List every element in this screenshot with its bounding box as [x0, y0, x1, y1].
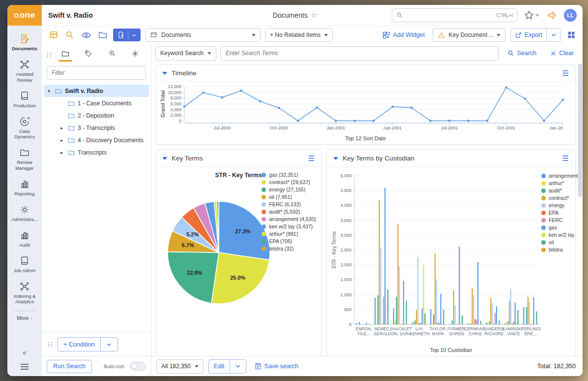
run-search-button[interactable]: Run Search	[47, 360, 92, 373]
result-scope-dropdown[interactable]: All 182,350	[156, 359, 204, 374]
sidebar-item-assisted-review[interactable]: Assisted Review	[9, 56, 40, 87]
panel-menu-icon[interactable]: ☰	[562, 155, 569, 162]
caret-down-icon	[497, 34, 500, 36]
tree-item-4-discovery-documents[interactable]: ▸4 - Discovery Documents	[44, 134, 149, 146]
sidebar-item-case-dynamics[interactable]: Case Dynamics	[9, 113, 40, 144]
favorites-menu-button[interactable]	[523, 9, 540, 22]
tree-item-2-deposition[interactable]: 2 - Deposition	[44, 109, 149, 122]
legend-item[interactable]: gas	[541, 224, 583, 230]
collapse-panel-caret[interactable]	[333, 157, 338, 160]
panel-menu-icon[interactable]: ☰	[308, 155, 315, 162]
views-dropdown[interactable]: Documents	[145, 28, 261, 42]
edit-split-button[interactable]: Edit	[208, 359, 246, 374]
user-avatar[interactable]: LL	[564, 9, 577, 22]
announcements-button[interactable]	[545, 8, 559, 22]
legend-item[interactable]: arrangement (4,530)	[262, 216, 316, 222]
legend-item[interactable]: telstra	[541, 247, 583, 253]
global-search-input[interactable]	[406, 11, 493, 19]
sidebar-item-more[interactable]: More›	[17, 312, 32, 324]
new-document-split-button[interactable]	[113, 29, 141, 41]
sidebar-item-indexing-analytics[interactable]: Indexing & Analytics	[9, 278, 40, 309]
legend-item[interactable]: energy (27,155)	[262, 187, 316, 192]
legend-item[interactable]: energy	[541, 202, 583, 208]
tree-item-1-case-documents[interactable]: 1 - Case Documents	[44, 97, 149, 109]
collapsed-arrow-icon[interactable]: ▸	[59, 150, 65, 155]
collapse-panel-caret[interactable]	[162, 157, 167, 160]
favorite-star-icon[interactable]: ☆	[311, 11, 317, 20]
legend-item[interactable]: ken w/2 lay	[541, 232, 583, 238]
save-search-button[interactable]: Save search	[251, 362, 301, 371]
scrollbar-thumb[interactable]	[578, 64, 582, 197]
legend-color-dot	[541, 233, 546, 237]
tab-highlights[interactable]	[125, 47, 147, 62]
legend-item[interactable]: EPA	[541, 210, 583, 216]
bar-legend: arrangementarthur*audit*contract*energyE…	[541, 169, 583, 347]
search-tool-button[interactable]	[64, 29, 76, 41]
folders-button[interactable]	[97, 29, 109, 41]
tree-item-swift-v-radio[interactable]: ▾Swift v. Radio	[44, 85, 149, 97]
app-logo[interactable]: ⧉one	[7, 5, 42, 26]
legend-item[interactable]: oil (7,951)	[262, 194, 316, 200]
tree-item-3-transcripts[interactable]: ▸3 - Transcripts	[44, 122, 149, 134]
save-layout-button[interactable]	[48, 29, 59, 41]
legend-item[interactable]: audit* (5,592)	[262, 209, 316, 215]
bar-x-axis-title: Top 10 Custodian	[327, 347, 575, 356]
edit-options-chevron[interactable]	[230, 363, 246, 369]
menu-button[interactable]	[20, 363, 29, 370]
auto-run-toggle[interactable]	[130, 362, 146, 371]
clear-button[interactable]: Clear	[547, 49, 577, 57]
expanded-arrow-icon[interactable]: ▾	[46, 89, 52, 94]
sidebar-item-job-admin[interactable]: Job Admin	[9, 252, 40, 278]
legend-item[interactable]: FERC	[541, 217, 583, 223]
legend-item[interactable]: arrangement	[541, 173, 583, 179]
sidebar-item-reporting[interactable]: Reporting	[9, 175, 40, 201]
sidebar-item-review-manager[interactable]: Review Manager	[9, 144, 40, 175]
sidebar-item-audit[interactable]: Audit	[9, 226, 40, 252]
search-button[interactable]: Search	[504, 49, 540, 58]
collapsed-arrow-icon[interactable]: ▸	[59, 138, 65, 143]
legend-item[interactable]: contract* (29,637)	[262, 179, 316, 185]
legend-item[interactable]: EPA (705)	[262, 238, 316, 244]
related-items-dropdown[interactable]: + No Related Items	[265, 28, 333, 42]
legend-item[interactable]: ken w/2 lay (3,437)	[262, 223, 316, 229]
timeline-chart: 02,0004,0006,0008,00010,00012,000Jul-200…	[156, 82, 575, 135]
drag-handle[interactable]	[47, 342, 54, 347]
condition-options-chevron[interactable]	[101, 342, 118, 348]
collapse-sidebar-button[interactable]: «	[23, 348, 27, 356]
legend-item[interactable]: arthur* (991)	[262, 231, 316, 237]
add-widget-button[interactable]: Add Widget	[379, 31, 428, 40]
drag-handle[interactable]	[46, 52, 53, 57]
global-search[interactable]: CTRL+/	[392, 8, 518, 22]
sidebar-item-production[interactable]: Production	[9, 87, 40, 113]
sidebar-item-administra[interactable]: Administra...	[9, 201, 40, 226]
sidebar-item-label: Indexing & Analytics	[9, 293, 40, 305]
panel-menu-icon[interactable]: ☰	[562, 69, 569, 77]
folder-icon	[55, 87, 62, 95]
tab-saved-searches[interactable]	[101, 47, 123, 62]
collapsed-arrow-icon[interactable]: ▸	[59, 126, 65, 130]
search-mode-dropdown[interactable]: Keyword Search	[155, 46, 216, 61]
legend-item[interactable]: gas (32,351)	[262, 172, 316, 178]
browse-tabs	[42, 44, 151, 62]
view-button[interactable]	[80, 29, 92, 41]
legend-item[interactable]: arthur*	[541, 180, 583, 186]
legend-item[interactable]: oil	[541, 239, 583, 245]
collapse-panel-caret[interactable]	[162, 72, 167, 75]
export-options-chevron[interactable]	[547, 32, 560, 38]
export-split-button[interactable]: Export	[510, 28, 561, 42]
search-shortcut: CTRL+/	[496, 13, 513, 18]
dashboard-layout-button[interactable]	[566, 30, 577, 40]
tab-tags[interactable]	[78, 47, 100, 62]
filter-input[interactable]	[47, 66, 146, 80]
key-document-dropdown[interactable]: Key Document ...	[433, 28, 505, 42]
tree-item-transcripts[interactable]: ▸Transcripts	[44, 146, 149, 159]
search-terms-input[interactable]	[220, 46, 498, 61]
legend-item[interactable]: telstra (32)	[262, 246, 316, 252]
add-condition-split-button[interactable]: + Condition	[58, 337, 118, 351]
tab-folders[interactable]	[55, 47, 76, 62]
legend-item[interactable]: contract*	[541, 195, 583, 201]
legend-item[interactable]: FERC (6,132)	[262, 201, 316, 207]
legend-item[interactable]: audit*	[541, 188, 583, 193]
tree-item-label: Swift v. Radio	[65, 88, 103, 95]
sidebar-item-documents[interactable]: Documents	[9, 30, 40, 56]
